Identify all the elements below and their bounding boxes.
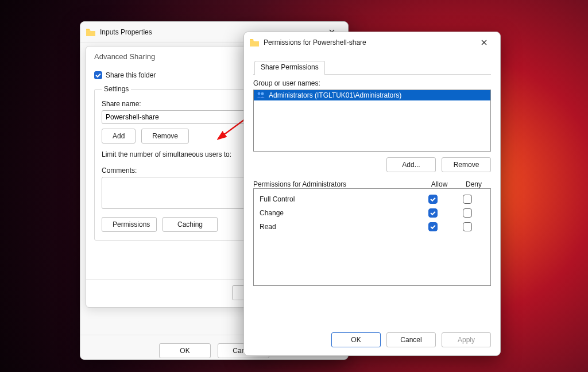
share-folder-label: Share this folder <box>106 71 156 79</box>
window-title: Permissions for Powershell-share <box>264 38 474 46</box>
permissions-button[interactable]: Permissions <box>102 217 157 232</box>
remove-principal-button[interactable]: Remove <box>442 157 491 172</box>
permission-name: Change <box>260 209 416 217</box>
share-folder-checkbox[interactable] <box>94 71 102 79</box>
svg-point-1 <box>258 92 261 95</box>
folder-icon <box>250 38 259 46</box>
group-listbox[interactable]: Administrators (ITGLTUK01\Administrators… <box>253 90 491 152</box>
add-share-button[interactable]: Add <box>102 129 136 144</box>
allow-checkbox[interactable] <box>428 195 438 204</box>
titlebar[interactable]: Permissions for Powershell-share <box>244 32 500 53</box>
tab-share-permissions[interactable]: Share Permissions <box>254 61 325 75</box>
tab-strip: Share Permissions <box>253 60 491 75</box>
deny-checkbox[interactable] <box>463 195 472 204</box>
perm-ok-button[interactable]: OK <box>331 332 381 347</box>
perm-apply-button[interactable]: Apply <box>442 332 491 347</box>
caching-button[interactable]: Caching <box>163 217 218 232</box>
group-names-label: Group or user names: <box>253 79 491 87</box>
permissions-for-label: Permissions for Administrators <box>253 180 422 188</box>
permissions-table: Full ControlChangeRead <box>253 188 491 286</box>
permission-row: Change <box>260 206 485 220</box>
perm-cancel-button[interactable]: Cancel <box>386 332 436 347</box>
permission-row: Read <box>260 220 485 234</box>
deny-checkbox[interactable] <box>463 222 472 231</box>
allow-checkbox[interactable] <box>428 222 438 231</box>
parent-ok-button[interactable]: OK <box>159 343 211 358</box>
list-item-label: Administrators (ITGLTUK01\Administrators… <box>269 91 401 99</box>
allow-checkbox[interactable] <box>428 208 438 218</box>
settings-legend: Settings <box>102 85 131 93</box>
permission-row: Full Control <box>260 192 485 206</box>
folder-icon <box>86 28 95 36</box>
permissions-window: Permissions for Powershell-share Share P… <box>243 32 501 356</box>
list-item[interactable]: Administrators (ITGLTUK01\Administrators… <box>254 90 490 100</box>
deny-header: Deny <box>457 180 491 188</box>
add-principal-button[interactable]: Add... <box>386 157 436 172</box>
svg-point-2 <box>261 92 264 95</box>
close-icon[interactable] <box>474 34 494 51</box>
allow-header: Allow <box>422 180 457 188</box>
permission-name: Full Control <box>260 195 416 203</box>
group-icon <box>256 91 265 99</box>
deny-checkbox[interactable] <box>463 208 472 218</box>
permission-name: Read <box>260 223 416 231</box>
remove-share-button[interactable]: Remove <box>141 129 189 144</box>
